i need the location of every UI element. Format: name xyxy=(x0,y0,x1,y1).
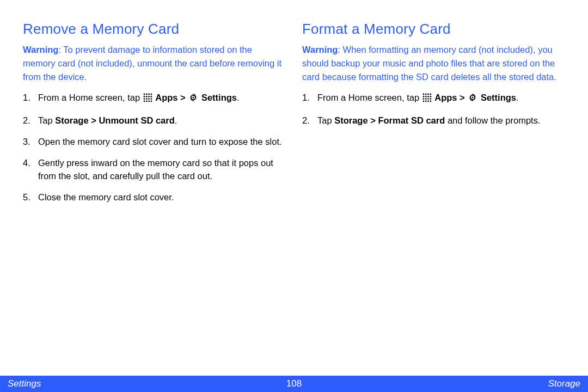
svg-point-17 xyxy=(193,97,194,99)
svg-point-18 xyxy=(422,94,424,95)
apps-grid-icon xyxy=(422,93,432,106)
heading-format: Format a Memory Card xyxy=(302,21,566,38)
svg-point-15 xyxy=(150,101,152,102)
settings-gear-icon xyxy=(468,93,477,106)
svg-point-14 xyxy=(148,101,150,102)
svg-point-31 xyxy=(425,101,427,102)
svg-point-13 xyxy=(146,101,148,102)
list-item: Tap Storage > Format SD card and follow … xyxy=(302,114,566,127)
svg-point-7 xyxy=(150,96,152,97)
page-number: 108 xyxy=(286,378,302,389)
svg-point-4 xyxy=(143,96,145,97)
steps-remove: From a Home screen, tap Apps > xyxy=(23,91,287,204)
list-item: Close the memory card slot cover. xyxy=(23,191,287,204)
svg-point-1 xyxy=(146,94,148,95)
svg-point-26 xyxy=(422,98,424,100)
svg-point-22 xyxy=(422,96,424,97)
svg-point-28 xyxy=(427,98,429,100)
svg-point-9 xyxy=(146,98,148,100)
heading-remove: Remove a Memory Card xyxy=(23,21,287,38)
svg-point-5 xyxy=(146,96,148,97)
svg-point-32 xyxy=(427,101,429,102)
svg-point-19 xyxy=(425,94,427,95)
svg-point-25 xyxy=(430,96,431,97)
list-item: Gently press inward on the memory card s… xyxy=(23,156,287,183)
svg-point-6 xyxy=(148,96,150,97)
svg-point-11 xyxy=(150,98,152,100)
list-item: From a Home screen, tap Apps > xyxy=(302,91,566,106)
list-item: Tap Storage > Unmount SD card. xyxy=(23,114,287,127)
svg-point-24 xyxy=(427,96,429,97)
svg-point-29 xyxy=(430,98,431,100)
settings-gear-icon xyxy=(188,93,198,106)
svg-point-2 xyxy=(148,94,150,95)
svg-point-20 xyxy=(427,94,429,95)
right-column: Format a Memory Card Warning: When forma… xyxy=(302,21,566,212)
svg-point-0 xyxy=(143,94,145,95)
list-item: Open the memory card slot cover and turn… xyxy=(23,135,287,149)
footer-left: Settings xyxy=(8,378,41,389)
svg-point-27 xyxy=(425,98,427,100)
svg-point-35 xyxy=(472,97,474,99)
svg-point-33 xyxy=(430,101,431,102)
svg-point-30 xyxy=(422,101,424,102)
svg-point-10 xyxy=(148,98,150,100)
page-footer: Settings 108 Storage xyxy=(0,376,588,392)
apps-grid-icon xyxy=(143,93,152,106)
svg-point-23 xyxy=(425,96,427,97)
list-item: From a Home screen, tap Apps > xyxy=(23,91,287,106)
svg-point-21 xyxy=(430,94,431,95)
warning-remove: Warning: To prevent damage to informatio… xyxy=(23,43,287,83)
svg-point-3 xyxy=(150,94,152,95)
svg-point-12 xyxy=(143,101,145,102)
footer-right: Storage xyxy=(548,378,580,389)
left-column: Remove a Memory Card Warning: To prevent… xyxy=(23,21,287,212)
warning-format: Warning: When formatting an memory card … xyxy=(302,43,566,83)
svg-point-8 xyxy=(143,98,145,100)
steps-format: From a Home screen, tap Apps > xyxy=(302,91,566,127)
